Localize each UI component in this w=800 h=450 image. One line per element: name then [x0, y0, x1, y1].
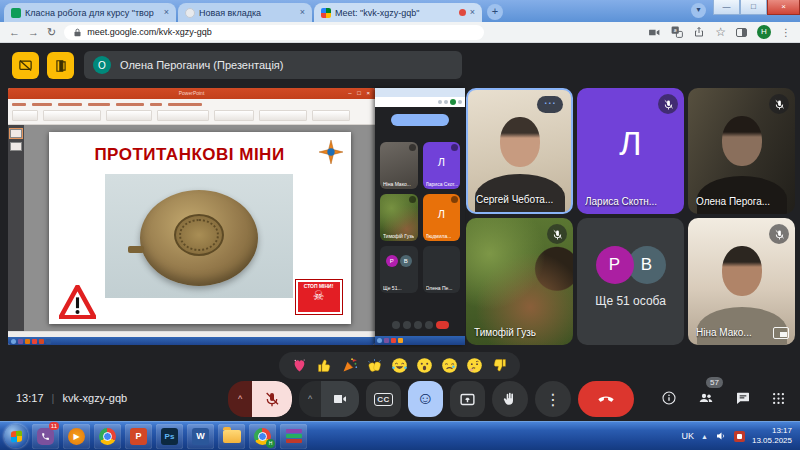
participant-name: Тимофій Гузь [474, 327, 536, 338]
mini-stop-presenting-button[interactable] [391, 114, 449, 126]
reaction-laugh-icon[interactable] [391, 357, 408, 374]
reaction-cry-icon[interactable] [441, 357, 458, 374]
taskbar-photoshop[interactable]: Ps [156, 424, 183, 449]
tray-security-icon[interactable] [734, 431, 745, 442]
tab-close-icon[interactable]: × [300, 8, 305, 17]
cc-icon: CC [374, 393, 393, 406]
mic-options-chevron[interactable]: ^ [228, 381, 252, 417]
mini-taskbar [375, 336, 465, 345]
mic-off-icon [658, 94, 678, 114]
system-tray: UK ▲ 13:17 13.05.2025 [682, 426, 797, 446]
clock-time: 13:17 [752, 426, 792, 436]
chat-button[interactable] [735, 390, 751, 406]
anti-tank-mine-image [140, 190, 258, 286]
meeting-details-button[interactable] [661, 390, 677, 406]
mini-tile[interactable]: PB Ще 51... [380, 246, 418, 293]
participant-tile-larysa[interactable]: Л Лариса Скотн... [577, 88, 684, 214]
participant-tile-nina[interactable]: Ніна Мако... [688, 218, 795, 345]
picture-in-picture-icon[interactable] [773, 327, 789, 339]
close-window-button[interactable]: × [767, 0, 800, 15]
mini-tile[interactable]: Олена Пе... [423, 246, 461, 293]
address-bar[interactable]: meet.google.com/kvk-xgzy-gqb [64, 25, 484, 40]
meeting-time: 13:17 [16, 392, 44, 404]
taskbar-clock[interactable]: 13:17 13.05.2025 [752, 426, 792, 446]
presenter-banner[interactable]: O Олена Пероганич (Презентація) [84, 51, 462, 79]
meet-favicon [321, 8, 331, 18]
activities-button[interactable] [771, 391, 786, 406]
mini-tile-name: Ніна Мако... [383, 181, 411, 187]
tile-more-options-icon[interactable]: ⋯ [537, 96, 563, 113]
taskbar-chrome[interactable] [94, 424, 121, 449]
profile-avatar[interactable]: H [757, 25, 771, 39]
translate-icon[interactable]: a [671, 26, 683, 38]
mini-tile[interactable]: Тимофій Гузь [380, 194, 418, 241]
taskbar-media-player[interactable]: ▶ [63, 424, 90, 449]
overflow-participants-tile[interactable]: P B Ще 51 особа [577, 218, 684, 345]
screenshare-tile[interactable]: PowerPoint – □ × ПРОТИТАНКОВІ МІНИ [8, 88, 375, 345]
clock-date: 13.05.2025 [752, 436, 792, 446]
screenshare-off-button[interactable] [12, 52, 39, 79]
slide-thumbnail[interactable] [10, 142, 22, 151]
reaction-heart-icon[interactable] [291, 357, 308, 374]
mini-window-toolbar [375, 97, 465, 107]
browser-tab-classroom[interactable]: Класна робота для курсу "твор × [4, 3, 176, 22]
end-call-button[interactable] [578, 381, 634, 417]
reaction-thumbs-down-icon[interactable] [491, 357, 508, 374]
present-off-icon [18, 58, 33, 73]
taskbar-powerpoint[interactable]: P [125, 424, 152, 449]
language-indicator[interactable]: UK [682, 431, 695, 441]
camera-permission-icon[interactable] [648, 27, 661, 38]
reload-button[interactable]: ↻ [47, 27, 56, 38]
tab-close-icon[interactable]: × [470, 8, 475, 17]
ppt-slide-panel[interactable] [8, 125, 24, 331]
reaction-clap-icon[interactable] [366, 357, 383, 374]
share-icon[interactable] [693, 26, 705, 38]
tray-expand-icon[interactable]: ▲ [701, 433, 708, 440]
present-button[interactable] [450, 381, 485, 417]
taskbar-viber[interactable]: 11 [32, 424, 59, 449]
tab-search-chevron-icon[interactable]: ▾ [691, 3, 706, 18]
participant-tile-olena[interactable]: Олена Перога... [688, 88, 795, 214]
participant-tile-tymofii[interactable]: Тимофій Гузь [466, 218, 573, 345]
forward-button[interactable]: → [28, 27, 39, 38]
new-tab-button[interactable]: + [487, 4, 503, 20]
reaction-thinking-icon[interactable] [466, 357, 483, 374]
reaction-thumbs-up-icon[interactable] [316, 357, 333, 374]
taskbar-chrome-profile[interactable]: H [249, 424, 276, 449]
exit-room-button[interactable] [47, 52, 74, 79]
start-button[interactable] [4, 424, 28, 448]
browser-tab-newtab[interactable]: Новая вкладка × [178, 3, 312, 22]
captions-button[interactable]: CC [366, 381, 401, 417]
mini-tile[interactable]: Л Людмила... [423, 194, 461, 241]
reaction-surprised-icon[interactable] [416, 357, 433, 374]
camera-options-chevron[interactable]: ^ [299, 381, 321, 417]
slide-title: ПРОТИТАНКОВІ МІНИ [75, 145, 305, 165]
taskbar-explorer[interactable] [218, 424, 245, 449]
participant-tile-sergey[interactable]: ⋯ Сергей Чебота... [466, 88, 573, 214]
back-button[interactable]: ← [9, 27, 20, 38]
maximize-button[interactable]: □ [740, 0, 767, 15]
bookmark-star-icon[interactable]: ☆ [715, 25, 726, 39]
reaction-party-icon[interactable] [341, 357, 358, 374]
reactions-button[interactable]: ☺ [408, 381, 443, 417]
url-text: meet.google.com/kvk-xgzy-gqb [87, 27, 212, 37]
profile-dot-badge: H [266, 439, 275, 448]
taskbar-word[interactable]: W [187, 424, 214, 449]
apps-grid-icon [771, 391, 786, 406]
browser-tab-meet[interactable]: Meet: "kvk-xgzy-gqb" × [314, 3, 482, 22]
mini-tile[interactable]: Ніна Мако... [380, 142, 418, 189]
more-options-button[interactable]: ⋮ [535, 381, 571, 417]
slide-thumbnail[interactable] [10, 129, 22, 138]
minimize-button[interactable]: — [713, 0, 740, 15]
mic-mute-button[interactable] [252, 381, 292, 417]
more-vertical-icon: ⋮ [545, 390, 561, 409]
tab-close-icon[interactable]: × [164, 8, 169, 17]
participants-button[interactable]: 57 [697, 390, 715, 406]
taskbar-winrar[interactable] [280, 424, 307, 449]
browser-menu-icon[interactable]: ⋮ [781, 27, 791, 38]
speaker-icon[interactable] [715, 430, 727, 442]
mini-tile[interactable]: Л Лариса Скот... [423, 142, 461, 189]
raise-hand-button[interactable] [492, 381, 528, 417]
side-panel-icon[interactable] [736, 28, 747, 37]
camera-button[interactable] [321, 381, 359, 417]
